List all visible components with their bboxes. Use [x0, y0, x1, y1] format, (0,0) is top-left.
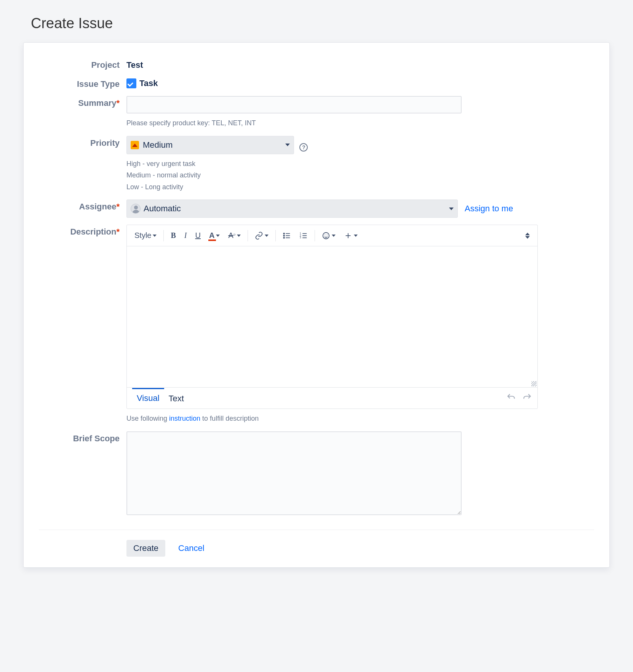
insert-more-button[interactable] — [340, 228, 361, 243]
label-summary: Summary — [78, 98, 116, 108]
description-hint-suffix: to fulfill description — [200, 415, 259, 422]
required-marker: * — [116, 98, 120, 108]
chevron-down-icon — [153, 235, 157, 237]
instruction-link[interactable]: instruction — [169, 415, 200, 422]
label-assignee: Assignee — [79, 202, 117, 211]
italic-button[interactable]: I — [181, 228, 191, 243]
svg-text:3: 3 — [300, 236, 301, 239]
issue-type-value: Task — [139, 78, 158, 88]
toolbar-separator — [275, 230, 276, 241]
brief-scope-textarea[interactable] — [126, 431, 462, 515]
chevron-down-icon — [449, 208, 454, 210]
svg-point-13 — [324, 235, 325, 235]
chevron-down-icon — [265, 235, 269, 237]
svg-point-0 — [283, 233, 285, 234]
chevron-down-icon — [285, 144, 290, 146]
page-title: Create Issue — [23, 15, 610, 32]
project-value: Test — [126, 58, 594, 70]
toolbar-separator — [163, 230, 164, 241]
text-color-button[interactable]: A — [205, 228, 224, 243]
form-panel: Project Test Issue Type Task Summary — [23, 42, 610, 568]
svg-point-12 — [323, 233, 329, 239]
toolbar-separator — [315, 230, 315, 241]
description-hint-prefix: Use following — [126, 415, 169, 422]
priority-medium-icon — [131, 141, 139, 149]
toolbar-style-dropdown[interactable]: Style — [131, 228, 160, 243]
task-icon — [126, 78, 136, 88]
chevron-down-icon — [332, 235, 336, 237]
label-description: Description — [70, 227, 116, 236]
svg-point-1 — [283, 235, 285, 236]
description-editor: Style B I U A Aᴰ — [126, 225, 538, 409]
bold-button[interactable]: B — [167, 228, 179, 243]
chevron-down-icon — [216, 235, 220, 237]
assignee-selected: Automatic — [144, 204, 181, 214]
description-textarea[interactable] — [127, 246, 537, 387]
summary-input[interactable] — [126, 96, 462, 113]
resize-handle-icon[interactable] — [531, 381, 537, 386]
undo-button[interactable] — [506, 393, 516, 404]
help-icon[interactable]: ? — [299, 143, 308, 152]
chevron-down-icon — [237, 235, 241, 237]
assign-to-me-link[interactable]: Assign to me — [465, 204, 513, 214]
cancel-button[interactable]: Cancel — [171, 540, 211, 557]
collapse-toolbar-button[interactable] — [521, 228, 534, 243]
editor-tab-text[interactable]: Text — [164, 388, 189, 408]
required-marker: * — [116, 227, 120, 236]
priority-selected: Medium — [143, 140, 173, 150]
editor-toolbar: Style B I U A Aᴰ — [127, 225, 537, 246]
label-issue-type: Issue Type — [39, 77, 126, 89]
chevron-down-icon — [354, 235, 358, 237]
svg-point-2 — [283, 237, 285, 238]
label-priority: Priority — [39, 136, 126, 148]
required-marker: * — [116, 202, 120, 211]
user-avatar-icon — [131, 204, 141, 214]
label-project: Project — [39, 58, 126, 70]
redo-button[interactable] — [522, 393, 532, 404]
editor-tab-visual[interactable]: Visual — [132, 388, 164, 408]
toolbar-style-label: Style — [134, 231, 151, 240]
priority-select[interactable]: Medium — [126, 136, 294, 154]
svg-point-14 — [327, 235, 328, 235]
numbered-list-button[interactable]: 123 — [296, 228, 312, 243]
summary-help: Please specify product key: TEL, NET, IN… — [126, 117, 594, 129]
priority-help-line: High - very urgent task — [126, 158, 594, 170]
create-button[interactable]: Create — [126, 540, 165, 557]
emoji-button[interactable] — [318, 228, 339, 243]
assignee-select[interactable]: Automatic — [126, 200, 458, 218]
toolbar-separator — [248, 230, 248, 241]
label-brief-scope: Brief Scope — [39, 431, 126, 444]
underline-button[interactable]: U — [191, 228, 204, 243]
link-button[interactable] — [251, 228, 272, 243]
divider — [39, 530, 594, 530]
bullet-list-button[interactable] — [279, 228, 295, 243]
priority-help-line: Low - Long activity — [126, 181, 594, 193]
priority-help-line: Medium - normal activity — [126, 169, 594, 181]
more-formatting-button[interactable]: Aᴰ — [224, 228, 244, 243]
